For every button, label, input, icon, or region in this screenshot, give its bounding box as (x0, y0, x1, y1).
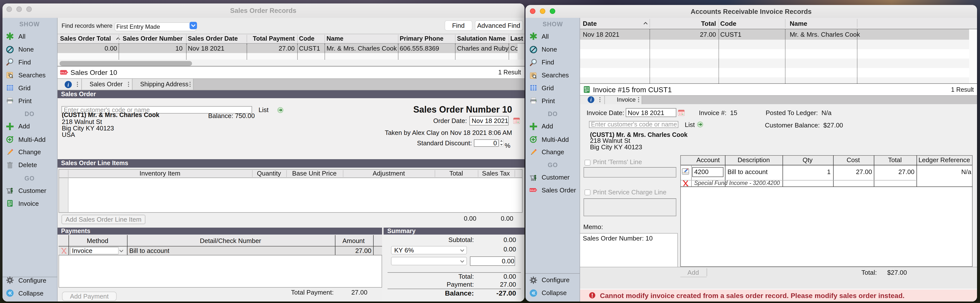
svg-text:SALE: SALE (60, 71, 67, 74)
svg-text:i: i (67, 82, 69, 88)
svg-text:i: i (590, 97, 592, 102)
svg-text:$: $ (8, 201, 10, 203)
svg-text:SALE: SALE (530, 189, 536, 192)
